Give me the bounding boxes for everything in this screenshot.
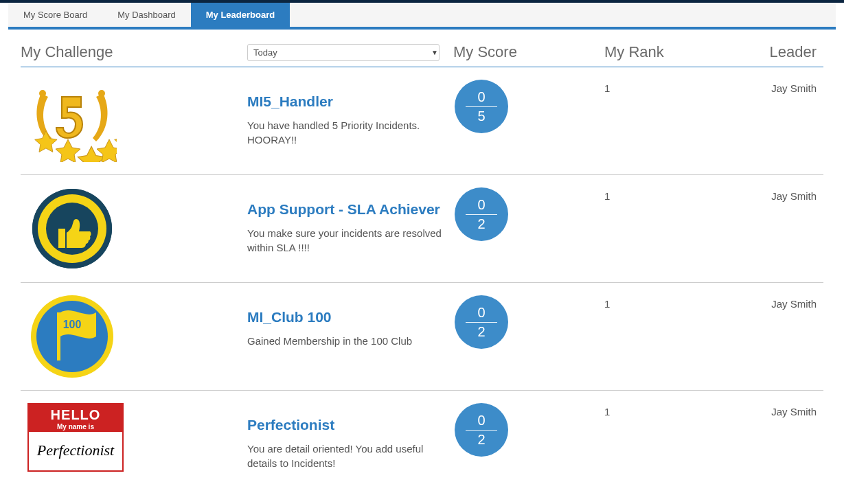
challenge-text: Perfectionist You are detail oriented! Y… (247, 403, 446, 472)
leader-value: Jay Smith (749, 187, 823, 270)
name-tag-name: Perfectionist (29, 432, 122, 469)
challenge-title: MI5_Handler (247, 93, 446, 110)
badge-cell: HELLO My name is Perfectionist (21, 403, 240, 472)
date-filter-select[interactable]: Today (247, 44, 440, 61)
name-tag-hello: HELLO (29, 407, 122, 423)
score-circle: 0 5 (455, 80, 508, 133)
leader-value: Jay Smith (749, 295, 823, 378)
score-bottom: 2 (477, 215, 485, 232)
challenge-title: MI_Club 100 (247, 309, 446, 325)
challenge-desc: Gained Membership in the 100 Club (247, 334, 446, 348)
score-circle: 0 2 (455, 187, 508, 241)
leaderboard-row: HELLO My name is Perfectionist Perfectio… (21, 391, 823, 484)
svg-text:100: 100 (63, 319, 82, 330)
badge-cell (21, 187, 240, 270)
score-bottom: 2 (477, 323, 485, 340)
tab-dashboard[interactable]: My Dashboard (102, 3, 191, 27)
rank-value: 1 (604, 403, 742, 472)
svg-point-0 (39, 90, 46, 97)
rank-value: 1 (604, 295, 742, 378)
tab-bar: My Score Board My Dashboard My Leaderboa… (8, 3, 836, 30)
header-rank: My Rank (604, 43, 742, 61)
score-circle: 0 2 (455, 403, 508, 457)
score-top: 0 (466, 413, 498, 431)
header-leader: Leader (749, 43, 823, 61)
score-circle: 0 2 (455, 295, 508, 349)
rank-value: 1 (604, 187, 742, 270)
name-tag-sub: My name is (29, 423, 122, 431)
challenge-title: App Support - SLA Achiever (247, 201, 446, 218)
challenge-title: Perfectionist (247, 417, 446, 433)
score-cell: 0 2 (453, 403, 597, 472)
trophy-five-icon (27, 80, 117, 162)
rank-value: 1 (604, 80, 742, 162)
challenge-text: MI5_Handler You have handled 5 Priority … (247, 80, 446, 162)
score-top: 0 (466, 305, 498, 323)
challenge-desc: You have handled 5 Priority Incidents. H… (247, 118, 446, 147)
header-challenge: My Challenge (21, 43, 240, 61)
svg-point-1 (98, 90, 105, 97)
challenge-text: MI_Club 100 Gained Membership in the 100… (247, 295, 446, 378)
score-bottom: 2 (477, 431, 485, 448)
score-cell: 0 5 (453, 80, 597, 162)
score-cell: 0 2 (453, 187, 597, 270)
leader-value: Jay Smith (749, 80, 823, 162)
score-bottom: 5 (477, 107, 485, 124)
challenge-desc: You are detail oriented! You add useful … (247, 442, 446, 470)
leaderboard-row: App Support - SLA Achiever You make sure… (21, 175, 823, 283)
svg-rect-11 (57, 312, 60, 360)
score-top: 0 (466, 89, 498, 107)
flag-100-badge-icon: 100 (27, 295, 117, 378)
score-cell: 0 2 (453, 295, 597, 378)
column-headers: My Challenge Today ▼ My Score My Rank Le… (21, 43, 823, 67)
tab-leaderboard[interactable]: My Leaderboard (191, 3, 290, 27)
challenge-text: App Support - SLA Achiever You make sure… (247, 187, 446, 270)
leaderboard-row: MI5_Handler You have handled 5 Priority … (21, 67, 823, 175)
challenge-desc: You make sure your incidents are resolve… (247, 226, 446, 255)
tab-score-board[interactable]: My Score Board (8, 3, 102, 27)
score-top: 0 (466, 197, 498, 215)
badge-cell (21, 80, 240, 162)
thumbs-up-badge-icon (27, 187, 117, 270)
content-area: My Challenge Today ▼ My Score My Rank Le… (0, 30, 844, 484)
leaderboard-row: 100 MI_Club 100 Gained Membership in the… (21, 283, 823, 391)
header-score: My Score (453, 43, 597, 61)
name-tag-header: HELLO My name is (29, 404, 122, 432)
badge-cell: 100 (21, 295, 240, 378)
name-tag-badge-icon: HELLO My name is Perfectionist (27, 403, 124, 472)
leader-value: Jay Smith (749, 403, 823, 472)
date-filter-wrap: Today ▼ (247, 44, 446, 61)
